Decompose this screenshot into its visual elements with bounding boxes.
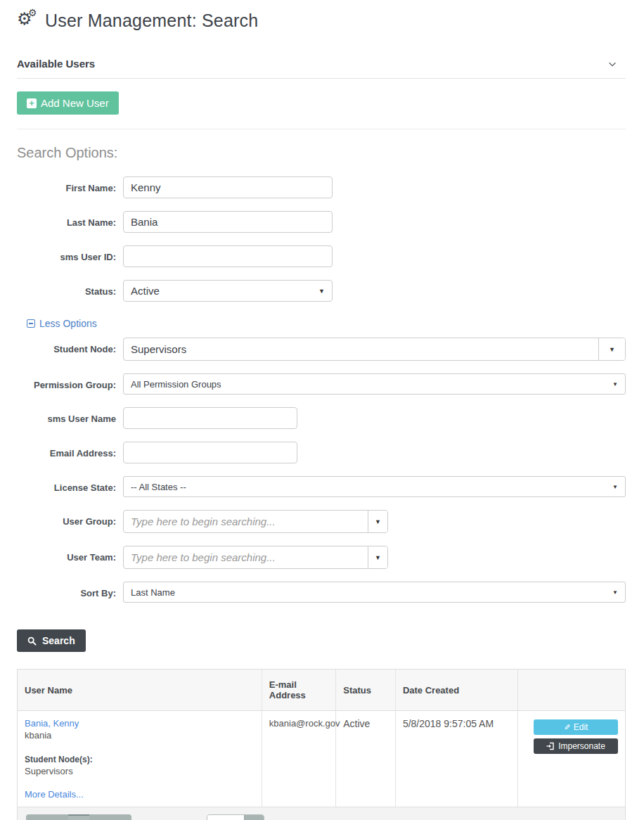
search-options-form: First Name: Last Name: sms User ID: Stat… (17, 177, 626, 603)
license-state-label: License State: (17, 476, 116, 493)
first-name-label: First Name: (17, 177, 116, 193)
column-header-user-name: User Name (18, 670, 262, 711)
impersonate-button-label: Impersonate (558, 741, 605, 751)
user-management-page: ⚙ ⚙ User Management: Search Available Us… (0, 0, 644, 820)
column-header-email: E-mail Address (262, 670, 335, 711)
caret-down-icon: ▼ (375, 554, 381, 561)
form-row-license-state: License State: -- All States -- ▼ (17, 476, 626, 497)
page-size-dropdown-toggle[interactable]: ▼ (244, 815, 264, 820)
sms-user-name-label: sms User Name (17, 407, 116, 424)
license-state-select[interactable]: -- All States -- ▼ (123, 476, 626, 497)
page-header: ⚙ ⚙ User Management: Search (17, 7, 626, 32)
last-name-label: Last Name: (17, 211, 116, 228)
email-cell: kbania@rock.gov (262, 711, 335, 807)
user-team-input[interactable] (124, 546, 368, 568)
form-row-sms-user-name: sms User Name (17, 407, 626, 429)
form-row-student-node: Student Node: ▼ (17, 338, 626, 361)
caret-down-icon: ▼ (612, 589, 618, 596)
date-created-cell: 5/8/2018 9:57:05 AM (395, 711, 518, 807)
sms-user-name-input[interactable] (123, 407, 297, 429)
search-button[interactable]: Search (17, 629, 86, 652)
column-header-date-created: Date Created (395, 670, 518, 711)
student-node-input[interactable] (124, 338, 598, 360)
form-row-status: Status: Active ▼ (17, 280, 626, 302)
form-row-user-team: User Team: ▼ (17, 546, 626, 569)
caret-down-icon: ▼ (609, 346, 615, 353)
page-size-control: ▼ (207, 814, 264, 820)
search-options-heading: Search Options: (17, 145, 626, 161)
sort-by-label: Sort By: (17, 582, 116, 598)
available-users-panel-header[interactable]: Available Users (17, 58, 626, 79)
student-node-label: Student Node: (17, 338, 116, 354)
panel-title: Available Users (17, 58, 95, 70)
user-group-combobox: ▼ (123, 510, 388, 533)
status-label: Status: (17, 280, 116, 297)
sort-by-select[interactable]: Last Name ▼ (123, 582, 626, 603)
student-nodes-value: Supervisors (25, 766, 255, 776)
form-row-email-address: Email Address: (17, 442, 626, 463)
page-title: User Management: Search (45, 11, 258, 31)
last-page-button[interactable] (110, 814, 131, 820)
pencil-icon: ✎ (564, 724, 570, 731)
cogs-icon: ⚙ ⚙ (17, 10, 38, 31)
user-group-label: User Group: (17, 510, 116, 527)
add-new-user-button[interactable]: + Add New User (17, 91, 119, 115)
form-row-permission-group: Permission Group: All Permission Groups … (17, 373, 626, 395)
sms-user-id-input[interactable] (123, 245, 333, 267)
status-select[interactable]: Active ▼ (123, 280, 333, 302)
student-node-dropdown-toggle[interactable]: ▼ (598, 338, 625, 360)
more-details-link[interactable]: More Details... (25, 789, 84, 800)
permission-group-select[interactable]: All Permission Groups ▼ (123, 373, 626, 395)
page-size-input[interactable] (207, 815, 244, 820)
status-select-value: Active (131, 285, 160, 297)
pager-footer: 1 Page size: ▼ (18, 807, 625, 820)
column-header-status: Status (336, 670, 396, 711)
column-header-actions (518, 670, 625, 711)
table-header-row: User Name E-mail Address Status Date Cre… (18, 670, 625, 711)
user-team-combobox: ▼ (123, 546, 388, 569)
form-row-first-name: First Name: (17, 177, 626, 198)
form-row-sms-user-id: sms User ID: (17, 245, 626, 267)
status-cell: Active (336, 711, 396, 807)
first-name-input[interactable] (123, 177, 333, 198)
impersonate-button[interactable]: Impersonate (534, 738, 618, 754)
plus-square-icon: + (27, 98, 37, 108)
page-number-button[interactable]: 1 (68, 814, 89, 820)
add-new-user-label: Add New User (41, 97, 109, 109)
edit-button[interactable]: ✎ Edit (534, 719, 618, 735)
divider (17, 129, 626, 129)
user-group-input[interactable] (124, 511, 368, 532)
user-group-dropdown-toggle[interactable]: ▼ (368, 511, 387, 532)
search-icon (27, 636, 37, 646)
last-name-input[interactable] (123, 211, 333, 233)
form-row-sort-by: Sort By: Last Name ▼ (17, 582, 626, 603)
actions-cell: ✎ Edit Impersonate (518, 711, 625, 807)
username-text: kbania (25, 730, 255, 741)
caret-down-icon: ▼ (375, 518, 381, 525)
license-state-select-value: -- All States -- (131, 482, 186, 492)
form-row-user-group: User Group: ▼ (17, 510, 626, 533)
caret-down-icon: ▼ (612, 484, 618, 490)
edit-button-label: Edit (574, 722, 588, 732)
first-page-button[interactable] (26, 814, 47, 820)
minus-square-icon (27, 319, 35, 328)
email-address-label: Email Address: (17, 442, 116, 459)
sign-in-icon (546, 742, 555, 750)
less-options-link[interactable]: Less Options (27, 318, 97, 329)
pager-buttons: 1 (26, 814, 131, 820)
results-grid: User Name E-mail Address Status Date Cre… (17, 669, 626, 820)
permission-group-select-value: All Permission Groups (131, 379, 221, 390)
caret-down-icon: ▼ (318, 288, 325, 295)
email-address-input[interactable] (123, 442, 297, 463)
user-team-dropdown-toggle[interactable]: ▼ (368, 546, 387, 568)
table-row: Bania, Kenny kbania Student Node(s): Sup… (18, 711, 625, 807)
user-name-link[interactable]: Bania, Kenny (25, 718, 79, 729)
chevron-down-icon[interactable] (607, 59, 617, 69)
next-page-button[interactable] (89, 814, 110, 820)
results-table: User Name E-mail Address Status Date Cre… (18, 670, 625, 807)
student-nodes-label: Student Node(s): (25, 755, 255, 764)
previous-page-button[interactable] (47, 814, 68, 820)
student-node-combobox: ▼ (123, 338, 626, 361)
user-name-cell: Bania, Kenny kbania Student Node(s): Sup… (18, 711, 262, 807)
form-row-last-name: Last Name: (17, 211, 626, 233)
